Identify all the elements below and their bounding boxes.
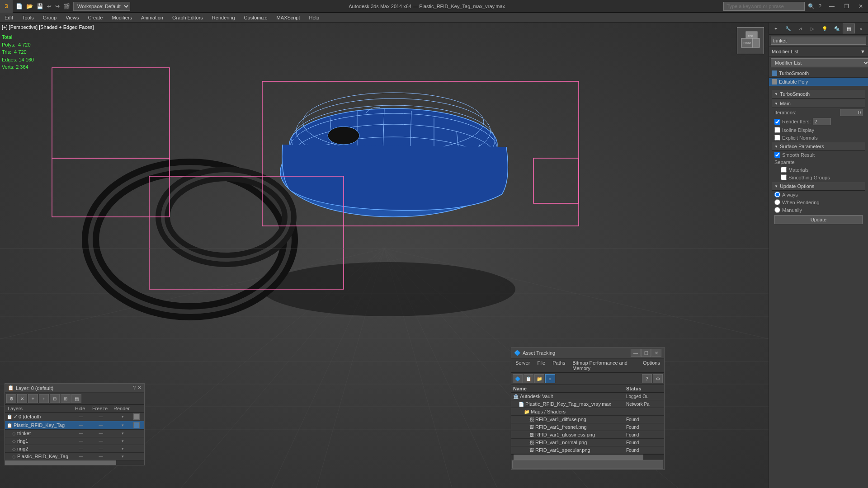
asset-tool-3[interactable]: 📁	[534, 374, 544, 383]
layer-item-default[interactable]: 📋 ✓ 0 (default) — — ▾	[5, 413, 144, 421]
modifier-turbosmooth[interactable]: TurboSmooth	[769, 69, 868, 78]
viewport-cube[interactable]: TOP FRONT	[737, 27, 764, 54]
asset-menu-paths[interactable]: Paths	[549, 359, 569, 372]
section-surface[interactable]: Surface Parameters	[772, 142, 865, 151]
tab-motion[interactable]: ▷	[807, 23, 819, 33]
viewport[interactable]: [+] [Perspective] [Shaded + Edged Faces]…	[0, 23, 769, 488]
render-iters-input[interactable]: 2	[813, 118, 831, 125]
asset-close-button[interactable]: ✕	[651, 349, 661, 357]
explicit-normals-checkbox[interactable]	[774, 135, 780, 141]
update-button[interactable]: Update	[774, 215, 863, 224]
render-iters-checkbox[interactable]	[774, 119, 780, 125]
menu-rendering[interactable]: Rendering	[208, 14, 240, 22]
layer-tool-expand[interactable]: ⊞	[61, 394, 71, 403]
layer-tool-settings[interactable]: ⚙	[6, 394, 16, 403]
layer-item-plastic-tag2[interactable]: ◇ Plastic_RFID_Key_Tag — — ▾	[5, 453, 144, 460]
menu-create[interactable]: Create	[83, 14, 107, 22]
smooth-result-checkbox[interactable]	[774, 152, 780, 158]
layer-tool-collapse[interactable]: ⊟	[50, 394, 60, 403]
layer-tool-delete[interactable]: ✕	[17, 394, 27, 403]
menu-modifiers[interactable]: Modifiers	[107, 14, 137, 22]
section-update[interactable]: Update Options	[772, 182, 865, 191]
tab-modify[interactable]: 🔧	[782, 23, 794, 33]
search-input[interactable]	[723, 2, 805, 11]
help-icon[interactable]: ?	[817, 2, 823, 10]
menu-group[interactable]: Group	[38, 14, 61, 22]
asset-scrollbar-horizontal[interactable]	[511, 454, 664, 460]
asset-restore-button[interactable]: ❐	[641, 349, 651, 357]
asset-item-normal[interactable]: 🖼 RFID_var1_normal.png Found	[511, 439, 664, 446]
redo-icon[interactable]: ↪	[54, 2, 61, 10]
menu-views[interactable]: Views	[61, 14, 83, 22]
when-rendering-radio[interactable]	[774, 199, 780, 205]
layer-close-icon[interactable]: ✕	[137, 385, 142, 391]
section-turbosmooth[interactable]: TurboSmooth	[772, 90, 865, 99]
tab-modifier-panel[interactable]: ▤	[843, 23, 855, 33]
layer-tool-move[interactable]: ↑	[39, 394, 49, 403]
asset-item-glossiness[interactable]: 🖼 RFID_var1_glossiness.png Found	[511, 431, 664, 439]
asset-tool-4[interactable]: ≡	[545, 374, 555, 383]
tab-utilities[interactable]: 🔩	[830, 23, 843, 33]
smoothing-groups-checkbox[interactable]	[781, 174, 787, 180]
tab-display[interactable]: 💡	[819, 23, 831, 33]
menu-help[interactable]: Help	[305, 14, 324, 22]
asset-item-fresnel[interactable]: 🖼 RFID_var1_fresnel.png Found	[511, 423, 664, 431]
menu-customize[interactable]: Customize	[240, 14, 272, 22]
materials-checkbox[interactable]	[781, 167, 787, 173]
section-main[interactable]: Main	[772, 99, 865, 108]
asset-help-icon[interactable]: ?	[642, 374, 652, 383]
minimize-button[interactable]: —	[825, 0, 839, 13]
manually-radio[interactable]	[774, 207, 780, 213]
menu-edit[interactable]: Edit	[0, 14, 18, 22]
layer-tool-new[interactable]: +	[28, 394, 38, 403]
menu-graph-editors[interactable]: Graph Editors	[168, 14, 208, 22]
object-name-input[interactable]: trinket	[771, 37, 866, 45]
asset-item-maxfile[interactable]: 📄 Plastic_RFID_Key_Tag_max_vray.max Netw…	[511, 400, 664, 408]
menu-bar: Edit Tools Group Views Create Modifiers …	[0, 13, 868, 23]
isoline-checkbox[interactable]	[774, 127, 780, 133]
tab-hierarchy[interactable]: ⊿	[794, 23, 807, 33]
layer-tool-select[interactable]: ▤	[71, 394, 81, 403]
undo-icon[interactable]: ↩	[46, 2, 53, 10]
layer-item-ring2[interactable]: ◇ ring2 — — ▾	[5, 445, 144, 453]
menu-animation[interactable]: Animation	[137, 14, 168, 22]
search-icon[interactable]: 🔍	[807, 2, 816, 10]
workspace-select[interactable]: Workspace: Default	[73, 2, 130, 11]
menu-maxscript[interactable]: MAXScript	[272, 14, 305, 22]
asset-item-maps[interactable]: 📁 Maps / Shaders	[511, 408, 664, 416]
save-icon[interactable]: 💾	[35, 2, 45, 10]
asset-search-input[interactable]	[512, 460, 663, 469]
layer-panel-header[interactable]: 📋 Layer: 0 (default) ? ✕	[5, 384, 144, 393]
layer-help-icon[interactable]: ?	[133, 385, 136, 391]
asset-tool-1[interactable]: 🔷	[513, 374, 523, 383]
modifier-list-select[interactable]: Modifier List	[771, 58, 868, 67]
asset-item-vault[interactable]: 🏦 Autodesk Vault Logged Ou	[511, 393, 664, 400]
asset-item-specular[interactable]: 🖼 RFID_var1_specular.png Found	[511, 446, 664, 454]
close-button[interactable]: ✕	[854, 0, 868, 13]
layer-item-ring1[interactable]: ◇ ring1 — — ▾	[5, 437, 144, 445]
menu-tools[interactable]: Tools	[18, 14, 38, 22]
always-radio[interactable]	[774, 192, 780, 197]
layer-item-trinket[interactable]: ◇ trinket — — ▾	[5, 430, 144, 437]
tab-create[interactable]: ✦	[770, 23, 782, 33]
asset-item-diffuse[interactable]: 🖼 RFID_var1_diffuse.png Found	[511, 416, 664, 423]
layer-item-plastic[interactable]: 📋 Plastic_RFID_Key_Tag — — ▾	[5, 421, 144, 430]
asset-menu-server[interactable]: Server	[512, 359, 533, 372]
tab-extra[interactable]: »	[855, 23, 867, 33]
asset-menu-file[interactable]: File	[533, 359, 549, 372]
render-icon[interactable]: 🎬	[62, 2, 71, 10]
asset-tool-2[interactable]: 📋	[524, 374, 533, 383]
modifier-editablepoly[interactable]: Editable Poly	[769, 78, 868, 86]
asset-normal-name: RFID_var1_normal.png	[535, 440, 626, 445]
restore-button[interactable]: ❐	[839, 0, 854, 13]
open-icon[interactable]: 📂	[25, 2, 34, 10]
modifier-list-dropdown-icon[interactable]: ▼	[860, 49, 865, 54]
asset-menu-bitmap[interactable]: Bitmap Performance and Memory	[569, 359, 639, 372]
layer-scrollbar[interactable]	[5, 460, 144, 465]
iterations-input[interactable]: 0	[840, 109, 863, 116]
asset-diffuse-icon: 🖼	[529, 417, 534, 422]
asset-menu-options[interactable]: Options	[639, 359, 664, 372]
asset-minimize-button[interactable]: —	[631, 349, 641, 357]
asset-settings-icon[interactable]: ⚙	[653, 374, 663, 383]
new-icon[interactable]: 📄	[14, 2, 24, 10]
